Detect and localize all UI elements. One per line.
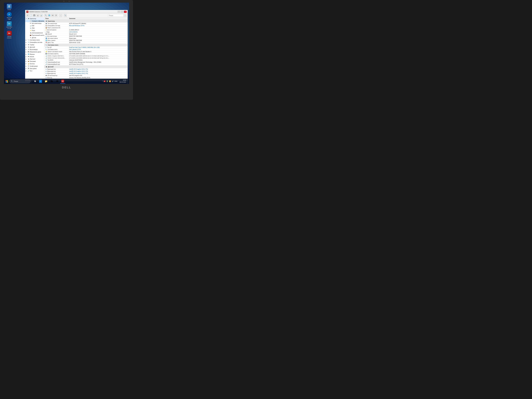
tree-item-dmi[interactable]: 📊 DMI xyxy=(25,25,44,27)
tray-clock[interactable]: 13:02 06.04.2024 xyxy=(119,79,127,83)
tree-label-compname: Ім'я комп'ютера xyxy=(32,23,41,24)
tree-item-server[interactable]: ▶ 🖥 Сервер xyxy=(25,44,44,46)
camera-dot xyxy=(63,1,64,2)
show-desktop-button[interactable] xyxy=(127,79,128,84)
save-button[interactable]: 💾 xyxy=(33,14,36,17)
tray-aida64-icon[interactable]: 64 xyxy=(104,81,105,82)
tray-lang-label[interactable]: ENG xyxy=(114,81,117,82)
value-domain: DESKTOP-2NEC5N8 xyxy=(68,39,128,42)
tree-item-network[interactable]: ▶ 🌐 Мережа xyxy=(25,53,44,55)
tree-item-ipmi[interactable]: 📡 IPMI xyxy=(25,27,44,29)
field-dimm3: 📊DIMM3: SK hynix HMA41GS6... xyxy=(44,57,68,59)
tree-item-programs[interactable]: ▶ 📦 Програми xyxy=(25,60,44,63)
tree-label-sysboard: Системна плата xyxy=(30,39,40,41)
taskbar-aida64-icon: 64 xyxy=(61,80,64,82)
tree-label-security: Безпека xyxy=(30,63,35,64)
search-button[interactable]: 🔍 xyxy=(64,14,67,17)
tray-battery-icon[interactable]: 🔋 xyxy=(106,80,108,82)
report-button[interactable]: 📊 xyxy=(40,14,43,17)
tray-hidden-icon[interactable]: ^ xyxy=(102,80,103,82)
desktop-icon-openoffice[interactable]: OO OpenOffice4.1.15 xyxy=(5,21,13,29)
table-row: 🖥Ім'я комп'ютера DESKTOP-2NEC5N8 xyxy=(44,35,128,37)
tree-item-portable[interactable]: 💼 Портативний комп'юте xyxy=(25,34,44,36)
field-monitor: 🖥Монітор xyxy=(44,77,68,79)
left-panel: ▼ 💻 Комп'ютер 📋 Сумарна інформація 🏷 Ім'… xyxy=(25,17,44,79)
download-button[interactable]: ↓ xyxy=(59,14,62,17)
display-icon: 🖥 xyxy=(27,46,29,48)
rozin-icon: ⚡ xyxy=(30,30,32,32)
tree-item-sysboard[interactable]: ▶ 🔧 Системна плата xyxy=(25,39,44,41)
dmi-icon: 📊 xyxy=(30,25,32,27)
search-input[interactable] xyxy=(108,14,124,17)
toolbar-separator-1 xyxy=(43,14,44,17)
table-row: 🌐Вхід у домен DESKTOP-2NEC5N8 xyxy=(44,39,128,42)
tree-arrow-database: ▶ xyxy=(26,68,27,69)
settings-button[interactable]: 🔧 xyxy=(44,14,47,17)
taskbar-app-mail[interactable]: ✉ xyxy=(55,79,60,84)
computer-icon: 💻 xyxy=(27,18,29,19)
tree-arrow-storage: ▶ xyxy=(26,51,27,52)
edge-icon: e xyxy=(7,12,12,17)
search-icon: 🔍 xyxy=(11,80,13,82)
taskbar-app-aida64[interactable]: 64 xyxy=(60,79,65,84)
display-section-icon: 🖥 xyxy=(45,66,47,68)
refresh-button[interactable]: ↺ xyxy=(26,14,29,17)
search-submit-button[interactable]: ⋮ xyxy=(124,14,127,17)
table-row: 💾Системна пам'ять 16279 МБ (DDR4 SDRAM) xyxy=(44,53,128,55)
ipmi-icon: 📡 xyxy=(30,27,32,29)
tree-item-rozin[interactable]: ⚡ Розін xyxy=(25,29,44,32)
print-button[interactable]: 🖨 xyxy=(36,14,39,17)
tray-volume-icon[interactable]: 🔊 xyxy=(112,80,114,82)
table-row: 🔗Комунікаційний порт Intel(R) Active Man… xyxy=(44,61,128,63)
tree-item-directx[interactable]: ▶ 🎮 DirectX xyxy=(25,55,44,58)
summary-icon: 📋 xyxy=(30,20,32,22)
tree-item-security[interactable]: ▶ 🔒 Безпека xyxy=(25,63,44,65)
taskbar-app-taskview[interactable]: ⧉ xyxy=(32,79,38,84)
tree-item-computer[interactable]: ▼ 💻 Комп'ютер xyxy=(25,17,44,20)
tree-label-display: Дисплей xyxy=(30,46,35,48)
desktop-icon-edge[interactable]: e MicrosoftEdge xyxy=(5,12,13,20)
network-button[interactable]: 🌐 xyxy=(48,14,51,17)
tray-network-icon[interactable]: 📶 xyxy=(109,80,111,82)
tree-item-sensor[interactable]: 🌡 Датчик xyxy=(25,36,44,39)
field-ie: eInternet Explorer xyxy=(44,29,68,31)
search-box[interactable]: 🔍 Пошук xyxy=(10,79,31,83)
close-button[interactable]: ✕ xyxy=(124,11,127,13)
desktop-icon-aida64[interactable]: 64 AIDA64Extreme xyxy=(5,31,13,39)
desktop-icon-recycle[interactable]: 🗑 Кошик xyxy=(5,4,13,10)
tree-item-compname[interactable]: 🏷 Ім'я комп'ютера xyxy=(25,22,44,25)
db-button[interactable]: DB xyxy=(51,14,54,17)
start-button[interactable] xyxy=(5,79,9,84)
taskbar-edge-icon: e xyxy=(39,80,42,83)
dell-logo: DELL xyxy=(62,86,71,89)
column-field: Поле xyxy=(44,17,68,20)
taskbar-app-explorer[interactable]: 📁 xyxy=(43,79,49,84)
minimize-button[interactable]: − xyxy=(118,11,120,13)
tree-item-devices[interactable]: ▶ 🔌 Пристрої xyxy=(25,58,44,60)
database-icon: 🗄 xyxy=(27,68,29,70)
toolbar: ↺ 📄 💾 🖨 📊 🔧 🌐 DB ⚙ ↓ 🔍 ⋮ xyxy=(25,13,128,17)
new-button[interactable]: 📄 xyxy=(29,14,32,17)
tree-label-test: Тест xyxy=(30,70,32,72)
table-row: 🎮DirectX DirectX 12.0 xyxy=(44,33,128,35)
value-ie: 11.3636.19041.0 xyxy=(68,29,128,31)
table-row: 🪟Операційна система Microsoft Windows 10… xyxy=(44,25,128,27)
tree-item-test[interactable]: ▶ 🧪 Тест xyxy=(25,70,44,72)
gear-button[interactable]: ⚙ xyxy=(55,14,57,17)
tray-date-value: 06.04.2024 xyxy=(120,81,126,83)
tree-item-database[interactable]: ▶ 🗄 База даних xyxy=(25,67,44,70)
table-row: 🖥Відеоадаптер Intel(R) HD Graphics 520 (… xyxy=(44,70,128,72)
tree-item-display[interactable]: ▶ 🖥 Дисплей xyxy=(25,46,44,48)
tree-item-power[interactable]: 🔌 Електроживлення xyxy=(25,32,44,34)
multimedia-icon: 🎵 xyxy=(27,49,29,51)
maximize-button[interactable]: □ xyxy=(121,11,123,13)
tree-label-network: Мережа xyxy=(30,54,35,55)
tree-item-storage[interactable]: ▶ 💾 Збереження даних xyxy=(25,51,44,53)
tree-item-os[interactable]: ▶ 💿 Операційна система xyxy=(25,41,44,44)
tree-item-summary[interactable]: 📋 Сумарна інформація xyxy=(25,20,44,22)
recycle-icon: 🗑 xyxy=(7,4,12,9)
taskbar-app-edge[interactable]: e xyxy=(38,79,43,84)
taskbar-app-store[interactable]: 🛍 xyxy=(49,79,54,84)
tree-item-multimedia[interactable]: ▶ 🎵 Мультимедіа xyxy=(25,48,44,51)
tree-item-config[interactable]: ▶ ⚙ Конфігурація xyxy=(25,65,44,67)
